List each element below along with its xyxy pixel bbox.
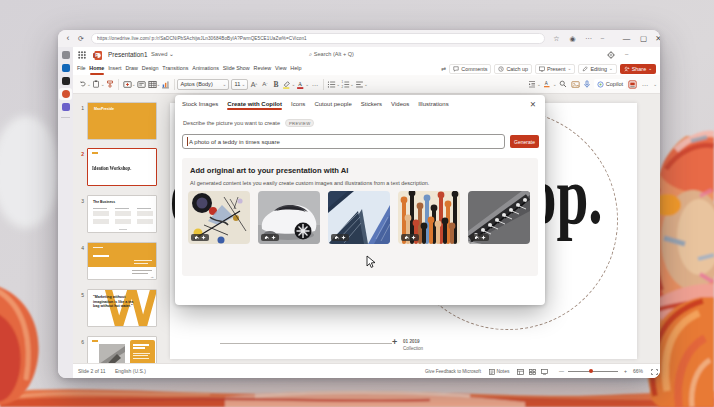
- format-painter-button[interactable]: [105, 79, 116, 90]
- stock-images-dialog: Stock Images Create with Copilot Icons C…: [175, 95, 545, 305]
- view-reading-icon[interactable]: [541, 369, 548, 375]
- notes-button[interactable]: Notes: [489, 364, 509, 378]
- collapse-ribbon-icon[interactable]: ⌄: [653, 82, 657, 87]
- slide-thumbnail-5[interactable]: "Marketing without imagination is like a…: [87, 289, 157, 327]
- slide-thumbnail-1[interactable]: MaxPreside: [87, 102, 157, 140]
- decorative-shape: [118, 79, 119, 90]
- indent-button[interactable]: [526, 79, 537, 90]
- tab-stickers[interactable]: Stickers: [361, 101, 382, 110]
- prompt-input[interactable]: A photo of a teddy in times square: [182, 134, 505, 149]
- shape-fill-button[interactable]: A: [542, 79, 553, 90]
- reuse-arrow-icon: [194, 235, 199, 240]
- menu-home[interactable]: Home: [87, 62, 106, 75]
- grow-font-button[interactable]: A^: [248, 79, 259, 90]
- ribbon-overflow-icon[interactable]: ⋯: [639, 79, 650, 90]
- sidebar-toggle-icon[interactable]: –: [596, 30, 609, 47]
- browser-back-button[interactable]: ‹: [62, 30, 74, 47]
- slide-thumbnail-3[interactable]: The Business: [87, 195, 157, 233]
- editing-button[interactable]: Editing ⌄: [578, 64, 616, 74]
- tab-create-with-copilot[interactable]: Create with Copilot: [227, 101, 282, 110]
- slide-count[interactable]: Slide 2 of 11: [78, 364, 105, 378]
- decorative-shape: ⌄: [537, 82, 541, 87]
- find-button[interactable]: [558, 79, 569, 90]
- feedback-link[interactable]: Give Feedback to Microsoft: [425, 364, 481, 378]
- font-name-select[interactable]: Aptos (Body)⌄: [177, 79, 229, 90]
- svg-text:A: A: [298, 81, 303, 87]
- meet-now-icon[interactable]: –: [625, 47, 628, 62]
- zoom-slider-handle[interactable]: [589, 369, 593, 373]
- menu-draw[interactable]: Draw: [124, 62, 140, 75]
- slide-timeline-label-top: 01 2019: [403, 339, 420, 344]
- decorative-shape: ⇄ Comments Catch up Present ⌄ Editing ⌄: [441, 62, 656, 75]
- slide-thumbnail-4[interactable]: →: [87, 242, 157, 280]
- window-maximize-button[interactable]: ▢: [636, 30, 651, 47]
- layout-button[interactable]: [136, 79, 147, 90]
- tab-favicon-dark[interactable]: [62, 77, 70, 85]
- menu-slideshow[interactable]: Slide Show: [221, 62, 252, 75]
- menu-help[interactable]: Help: [288, 62, 303, 75]
- copilot-button[interactable]: Copilot: [594, 79, 626, 89]
- browser-refresh-button[interactable]: ⟳: [75, 30, 87, 47]
- present-button[interactable]: Present ⌄: [535, 64, 575, 74]
- document-title[interactable]: Presentation1: [108, 47, 147, 62]
- designer-button[interactable]: [627, 79, 638, 90]
- window-close-button[interactable]: ✕: [651, 30, 660, 47]
- dictate-microphone-icon[interactable]: [582, 79, 593, 90]
- browser-menu-icon[interactable]: ⋯: [582, 30, 595, 47]
- zoom-out-button[interactable]: —: [559, 364, 564, 378]
- zoom-in-button[interactable]: +: [624, 364, 627, 378]
- shrink-font-button[interactable]: Aˇ: [259, 79, 270, 90]
- tab-stock-images[interactable]: Stock Images: [182, 101, 218, 110]
- menu-file[interactable]: File: [75, 62, 87, 75]
- sample-image-car[interactable]: [258, 191, 320, 244]
- menu-insert[interactable]: Insert: [106, 62, 123, 75]
- menu-view[interactable]: View: [273, 62, 288, 75]
- tab-icons[interactable]: Icons: [291, 101, 305, 110]
- view-sorter-icon[interactable]: [529, 369, 536, 375]
- settings-gear-icon[interactable]: [607, 51, 615, 59]
- zoom-slider-track[interactable]: [568, 371, 618, 372]
- slide-thumbnail-2[interactable]: Ideation Workshop.: [87, 148, 157, 186]
- window-minimize-button[interactable]: —: [619, 30, 634, 47]
- catch-up-button[interactable]: Catch up: [494, 64, 532, 74]
- share-button[interactable]: Share ⌄: [620, 64, 656, 74]
- search-box[interactable]: ⌕ Search (Alt + Q): [309, 47, 354, 62]
- tab-videos[interactable]: Videos: [391, 101, 409, 110]
- saved-status[interactable]: Saved ⌄: [151, 47, 174, 62]
- collapse-icon[interactable]: ⇄: [441, 65, 446, 72]
- menu-animations[interactable]: Animations: [190, 62, 220, 75]
- browser-url-field[interactable]: https://onedrive.live.com/:p:/r/SaDCNiPb…: [91, 33, 545, 44]
- fit-to-window-icon[interactable]: [651, 369, 658, 375]
- menu-review[interactable]: Review: [252, 62, 273, 75]
- language-status[interactable]: English (U.S.): [115, 364, 146, 378]
- chart-button[interactable]: [160, 79, 171, 90]
- decorative-shape: ⌄: [648, 66, 652, 71]
- sample-image-rowers[interactable]: [468, 191, 530, 244]
- zoom-level[interactable]: 66%: [633, 364, 643, 378]
- favorites-star-icon[interactable]: ☆: [550, 30, 563, 47]
- view-normal-icon[interactable]: [517, 369, 524, 375]
- decorative-icon: [282, 80, 291, 89]
- font-size-select[interactable]: 11⌄: [231, 79, 248, 90]
- tab-favicon-powerpoint[interactable]: [62, 90, 70, 98]
- decorative-shape: [133, 358, 149, 359]
- dialog-close-icon[interactable]: ✕: [530, 100, 536, 109]
- tab-illustrations[interactable]: Illustrations: [418, 101, 448, 110]
- menu-transitions[interactable]: Transitions: [160, 62, 190, 75]
- tab-favicon-purple[interactable]: [62, 103, 70, 111]
- menu-design[interactable]: Design: [140, 62, 161, 75]
- sample-image-hands[interactable]: [398, 191, 460, 244]
- comments-button[interactable]: Comments: [449, 64, 491, 74]
- bold-button[interactable]: B: [270, 79, 281, 90]
- tab-favicon-shield[interactable]: [62, 51, 70, 59]
- sample-image-abstract[interactable]: [188, 191, 250, 244]
- profile-icon[interactable]: ◉: [566, 30, 579, 47]
- more-font-options-icon[interactable]: ⋯: [309, 79, 320, 90]
- generate-button[interactable]: Generate: [510, 135, 539, 148]
- tab-favicon-blue[interactable]: [62, 64, 70, 72]
- sample-image-skyscrapers[interactable]: [328, 191, 390, 244]
- pictures-button[interactable]: [570, 79, 581, 90]
- decorative-shape: [134, 263, 148, 264]
- waffle-icon[interactable]: [78, 51, 86, 59]
- tab-cutout-people[interactable]: Cutout people: [314, 101, 351, 110]
